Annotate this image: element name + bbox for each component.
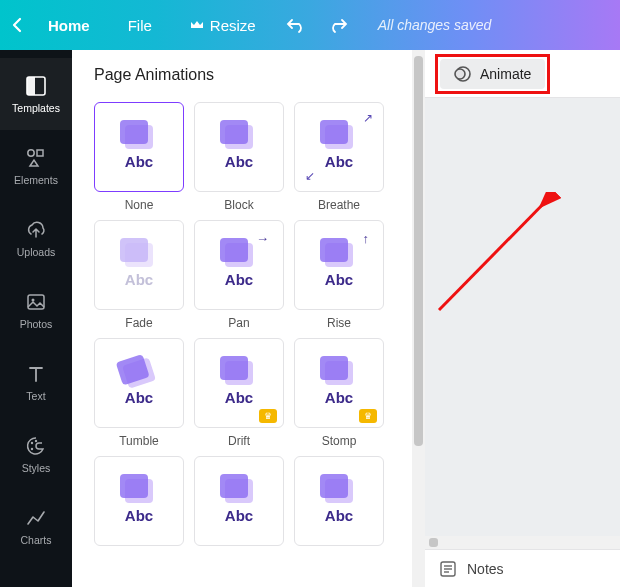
abc-label: Abc (125, 507, 153, 524)
animation-label: Block (224, 198, 253, 212)
animate-button[interactable]: Animate (440, 59, 545, 89)
svg-line-11 (439, 196, 551, 310)
abc-label: Abc (325, 507, 353, 524)
abc-label: Abc (225, 389, 253, 406)
animate-icon (454, 65, 472, 83)
svg-rect-4 (28, 295, 44, 309)
svg-point-7 (31, 448, 33, 450)
animation-tile-drift[interactable]: Abc♛ (194, 338, 284, 428)
expand-arrow-icon: ↙ (305, 169, 315, 183)
canvas-area[interactable]: Notes (425, 98, 620, 587)
annotation-arrow-icon (431, 192, 581, 342)
svg-point-2 (28, 150, 34, 156)
premium-badge-icon: ♛ (359, 409, 377, 423)
panel-title: Page Animations (94, 66, 394, 84)
sidebar-item-templates[interactable]: Templates (0, 58, 72, 130)
svg-rect-3 (37, 150, 43, 156)
animation-label: Pan (228, 316, 249, 330)
abc-label: Abc (225, 271, 253, 288)
animation-tile-stomp[interactable]: Abc♛ (294, 338, 384, 428)
sidebar-item-label: Uploads (17, 246, 56, 258)
sidebar-item-label: Styles (22, 462, 51, 474)
premium-badge-icon: ♛ (259, 409, 277, 423)
notes-button[interactable]: Notes (467, 561, 504, 577)
animation-label: Fade (125, 316, 152, 330)
resize-menu[interactable]: Resize (190, 17, 256, 34)
styles-icon (24, 434, 48, 458)
animation-label: Drift (228, 434, 250, 448)
sidebar-item-label: Photos (20, 318, 53, 330)
abc-label: Abc (125, 389, 153, 406)
sidebar-item-elements[interactable]: Elements (0, 130, 72, 202)
text-icon (24, 362, 48, 386)
svg-point-6 (31, 442, 33, 444)
animation-label: Rise (327, 316, 351, 330)
elements-icon (24, 146, 48, 170)
animation-tile-none[interactable]: Abc (94, 102, 184, 192)
abc-label: Abc (225, 507, 253, 524)
notes-icon (439, 560, 457, 578)
sidebar-item-label: Elements (14, 174, 58, 186)
panel-scrollbar[interactable] (412, 50, 425, 587)
annotation-highlight: Animate (435, 54, 550, 94)
undo-button[interactable] (286, 15, 306, 35)
abc-label: Abc (125, 153, 153, 170)
up-arrow-icon: ↑ (363, 231, 370, 246)
animation-label: None (125, 198, 154, 212)
sidebar-item-charts[interactable]: Charts (0, 490, 72, 562)
save-status: All changes saved (378, 17, 492, 33)
animation-tile-tumble[interactable]: Abc (94, 338, 184, 428)
animation-label: Tumble (119, 434, 159, 448)
animation-tile-extra-1[interactable]: Abc (94, 456, 184, 546)
resize-label: Resize (210, 17, 256, 34)
svg-point-10 (455, 69, 465, 79)
animation-tile-block[interactable]: Abc (194, 102, 284, 192)
charts-icon (24, 506, 48, 530)
uploads-icon (24, 218, 48, 242)
abc-label: Abc (225, 153, 253, 170)
abc-label: Abc (325, 271, 353, 288)
sidebar-item-uploads[interactable]: Uploads (0, 202, 72, 274)
sidebar-item-text[interactable]: Text (0, 346, 72, 418)
animation-label: Stomp (322, 434, 357, 448)
animate-label: Animate (480, 66, 531, 82)
svg-point-8 (35, 440, 37, 442)
right-arrow-icon: → (256, 231, 269, 246)
sidebar-item-label: Charts (21, 534, 52, 546)
back-button[interactable] (12, 17, 32, 33)
canvas-h-scrollbar[interactable] (425, 536, 620, 549)
animation-tile-rise[interactable]: ↑Abc (294, 220, 384, 310)
sidebar-item-label: Templates (12, 102, 60, 114)
animation-tile-breathe[interactable]: ↗↙Abc (294, 102, 384, 192)
home-menu[interactable]: Home (48, 17, 90, 34)
animation-tile-extra-3[interactable]: Abc (294, 456, 384, 546)
file-menu[interactable]: File (128, 17, 152, 34)
sidebar-item-photos[interactable]: Photos (0, 274, 72, 346)
redo-button[interactable] (328, 15, 348, 35)
animation-tile-extra-2[interactable]: Abc (194, 456, 284, 546)
expand-arrow-icon: ↗ (363, 111, 373, 125)
sidebar-item-label: Text (26, 390, 45, 402)
abc-label: Abc (325, 389, 353, 406)
animation-label: Breathe (318, 198, 360, 212)
crown-icon (190, 18, 204, 32)
abc-label: Abc (125, 271, 153, 288)
svg-rect-1 (27, 77, 35, 95)
animation-tile-pan[interactable]: →Abc (194, 220, 284, 310)
photos-icon (24, 290, 48, 314)
templates-icon (24, 74, 48, 98)
animation-tile-fade[interactable]: Abc (94, 220, 184, 310)
sidebar-item-styles[interactable]: Styles (0, 418, 72, 490)
abc-label: Abc (325, 153, 353, 170)
